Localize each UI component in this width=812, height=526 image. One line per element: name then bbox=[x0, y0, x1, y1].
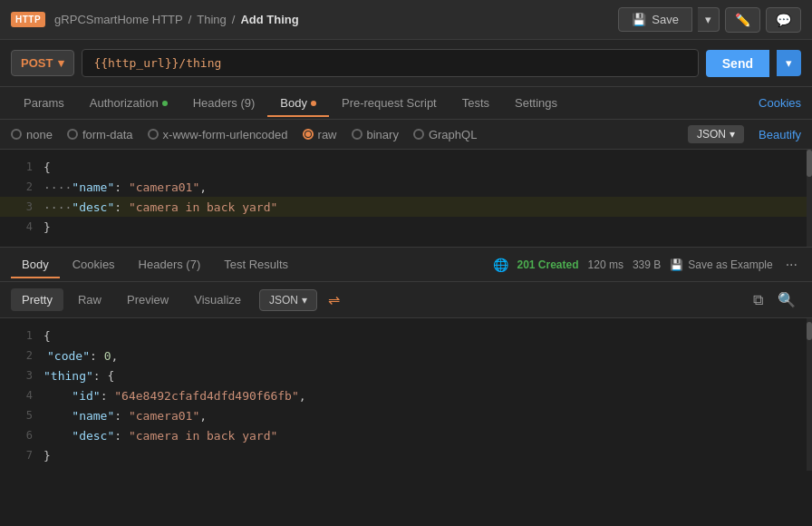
save-example-button[interactable]: 💾 Save as Example bbox=[670, 258, 772, 271]
wrap-icon[interactable]: ⇌ bbox=[328, 291, 340, 308]
resp-tab-cookies[interactable]: Cookies bbox=[62, 250, 126, 278]
search-response-button[interactable]: 🔍 bbox=[772, 287, 801, 312]
globe-icon: 🌐 bbox=[493, 258, 508, 272]
response-body: 1 { 2 "code": 0, 3 "thing": { 4 ··· "id"… bbox=[0, 318, 812, 471]
save-button[interactable]: 💾 Save bbox=[618, 7, 692, 32]
beautify-button[interactable]: Beautify bbox=[759, 128, 801, 141]
resp-line-3: 3 "thing": { bbox=[0, 365, 812, 385]
resp-tab-headers[interactable]: Headers (7) bbox=[128, 250, 212, 278]
tab-headers[interactable]: Headers (9) bbox=[180, 89, 268, 117]
authorization-dot bbox=[162, 101, 168, 106]
radio-graphql bbox=[413, 129, 424, 140]
radio-form-data bbox=[67, 129, 78, 140]
method-caret-icon: ▾ bbox=[58, 56, 64, 70]
top-actions: 💾 Save ▾ ✏️ 💬 bbox=[618, 7, 801, 33]
request-body-editor[interactable]: 1 { 2 ····"name": "camera01", 3 ····"des… bbox=[0, 150, 812, 248]
breadcrumb-current: Add Thing bbox=[240, 13, 298, 26]
top-bar: HTTP gRPCSmartHome HTTP / Thing / Add Th… bbox=[0, 0, 812, 40]
more-options-button[interactable]: ··· bbox=[782, 257, 801, 273]
resp-line-1: 1 { bbox=[0, 326, 812, 346]
resp-line-7: 7 } bbox=[0, 445, 812, 465]
status-code: 201 Created bbox=[517, 258, 579, 271]
response-json-select[interactable]: JSON ▾ bbox=[259, 289, 317, 311]
url-bar: POST ▾ Send ▾ bbox=[0, 40, 812, 87]
option-none[interactable]: none bbox=[11, 128, 53, 141]
radio-none bbox=[11, 129, 22, 140]
option-graphql[interactable]: GraphQL bbox=[413, 128, 477, 141]
breadcrumb: gRPCSmartHome HTTP / Thing / Add Thing bbox=[54, 13, 618, 26]
response-size: 339 B bbox=[633, 258, 661, 271]
save-caret-button[interactable]: ▾ bbox=[698, 7, 720, 32]
app-icon: HTTP bbox=[11, 12, 45, 27]
resp-line-6: 6 ··· "desc": "camera in back yard" bbox=[0, 425, 812, 445]
editor-scrollbar[interactable] bbox=[807, 150, 812, 247]
req-line-1: 1 { bbox=[0, 157, 812, 177]
copy-response-button[interactable]: ⧉ bbox=[748, 288, 768, 312]
resp-tab-testresults[interactable]: Test Results bbox=[213, 250, 299, 278]
json-type-select[interactable]: JSON ▾ bbox=[688, 125, 744, 143]
tab-body[interactable]: Body bbox=[267, 89, 329, 117]
method-select[interactable]: POST ▾ bbox=[11, 50, 74, 76]
cookies-link[interactable]: Cookies bbox=[759, 96, 801, 110]
body-dot bbox=[311, 101, 316, 106]
breadcrumb-thing: Thing bbox=[197, 13, 227, 26]
request-tabs: Params Authorization Headers (9) Body Pr… bbox=[0, 87, 812, 120]
url-input[interactable] bbox=[82, 49, 698, 77]
radio-urlencoded bbox=[148, 129, 159, 140]
comment-button[interactable]: 💬 bbox=[766, 7, 801, 33]
save-icon-small: 💾 bbox=[670, 258, 683, 271]
response-header: Body Cookies Headers (7) Test Results 🌐 … bbox=[0, 248, 812, 282]
status-info: 🌐 201 Created 120 ms 339 B 💾 Save as Exa… bbox=[493, 257, 802, 273]
req-line-3: 3 ····"desc": "camera in back yard" bbox=[0, 197, 812, 217]
method-label: POST bbox=[21, 56, 53, 70]
radio-binary bbox=[352, 129, 362, 140]
body-options: none form-data x-www-form-urlencoded raw… bbox=[0, 120, 812, 150]
radio-raw bbox=[303, 129, 314, 140]
req-line-4: 4 } bbox=[0, 217, 812, 237]
resp-line-8: 8 } bbox=[0, 465, 812, 471]
save-icon: 💾 bbox=[632, 13, 646, 26]
resp-pretty-tab[interactable]: Pretty bbox=[11, 288, 63, 311]
edit-button[interactable]: ✏️ bbox=[725, 7, 760, 33]
tab-tests[interactable]: Tests bbox=[450, 89, 502, 117]
resp-line-5: 5 ··· "name": "camera01", bbox=[0, 405, 812, 425]
tab-prerequest[interactable]: Pre-request Script bbox=[329, 89, 450, 117]
resp-raw-tab[interactable]: Raw bbox=[67, 288, 112, 311]
resp-preview-tab[interactable]: Preview bbox=[116, 288, 179, 311]
option-binary[interactable]: binary bbox=[352, 128, 399, 141]
response-format-options: Pretty Raw Preview Visualize JSON ▾ ⇌ ⧉ … bbox=[0, 282, 812, 318]
option-raw[interactable]: raw bbox=[303, 128, 337, 141]
tab-settings[interactable]: Settings bbox=[502, 89, 570, 117]
breadcrumb-app: gRPCSmartHome HTTP bbox=[54, 13, 183, 26]
tab-params[interactable]: Params bbox=[11, 89, 77, 117]
option-urlencoded[interactable]: x-www-form-urlencoded bbox=[148, 128, 288, 141]
send-caret-button[interactable]: ▾ bbox=[777, 50, 801, 76]
option-form-data[interactable]: form-data bbox=[67, 128, 133, 141]
req-line-2: 2 ····"name": "camera01", bbox=[0, 177, 812, 197]
resp-visualize-tab[interactable]: Visualize bbox=[183, 288, 252, 311]
resp-line-2: 2 "code": 0, bbox=[0, 346, 812, 365]
response-time: 120 ms bbox=[588, 258, 624, 271]
send-button[interactable]: Send bbox=[706, 50, 769, 77]
response-scrollbar[interactable] bbox=[807, 318, 812, 471]
resp-line-4: 4 ··· "id": "64e8492cfafd4dfd490f66fb", bbox=[0, 385, 812, 405]
resp-tab-body[interactable]: Body bbox=[11, 250, 60, 278]
tab-authorization[interactable]: Authorization bbox=[77, 89, 180, 117]
